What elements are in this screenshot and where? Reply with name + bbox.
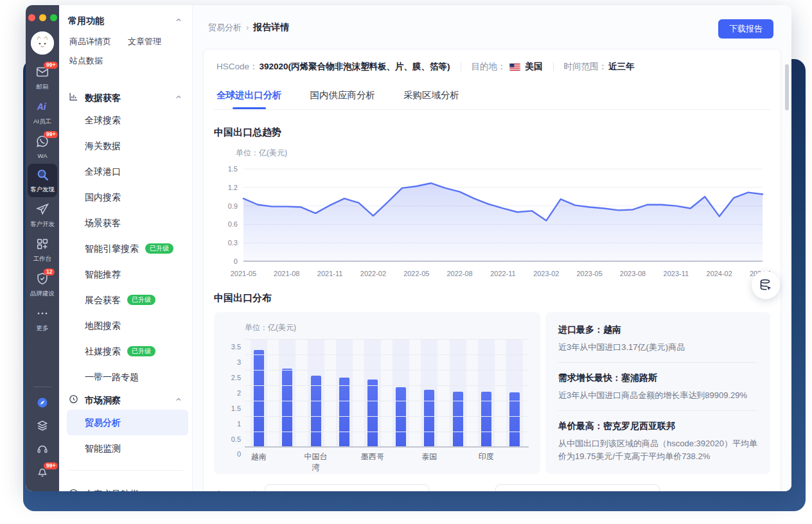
insight-title: 单价最高：密克罗尼西亚联邦 bbox=[558, 421, 757, 432]
sidebar-group-market-insight[interactable]: 市场洞察 bbox=[68, 394, 183, 407]
dock-item-label: 工作台 bbox=[28, 255, 57, 263]
bar[interactable] bbox=[254, 350, 264, 448]
dock-item-support[interactable] bbox=[30, 439, 55, 462]
notification-badge: 99+ bbox=[44, 62, 58, 69]
bar-chart-unit: 单位：亿(美元) bbox=[245, 322, 531, 333]
sidebar-item[interactable]: 一带一路专题 bbox=[67, 364, 188, 390]
bar[interactable] bbox=[396, 387, 406, 448]
dock-item-workbench[interactable]: 工作台 bbox=[28, 233, 57, 266]
quick-link[interactable]: 商品详情页 bbox=[69, 36, 111, 48]
x-tick-label bbox=[500, 451, 529, 473]
sidebar-item[interactable]: 地图搜索 bbox=[67, 313, 188, 338]
sidebar-item[interactable]: 智能监测 bbox=[67, 435, 188, 461]
tab-国内供应商分析[interactable]: 国内供应商分析 bbox=[310, 84, 376, 109]
close-button[interactable] bbox=[28, 14, 35, 21]
scrollbar[interactable] bbox=[785, 64, 789, 110]
trend-chart-title: 中国出口总趋势 bbox=[214, 127, 770, 139]
data-acquisition-icon bbox=[68, 91, 79, 105]
trend-line-chart[interactable]: 00.30.60.91.21.52021-052021-082021-11202… bbox=[214, 160, 770, 282]
x-tick-label bbox=[443, 451, 472, 473]
sidebar-item-custom-nav[interactable]: 自定义导航栏 bbox=[68, 480, 183, 491]
sidebar-item[interactable]: 智能引擎搜索已升级 bbox=[67, 236, 188, 261]
maximize-button[interactable] bbox=[50, 14, 57, 21]
dock-item-mail[interactable]: 99+邮箱 bbox=[28, 61, 57, 94]
hscode-filter-label: HSCode bbox=[456, 491, 488, 492]
sidebar-group-data-acquisition[interactable]: 数据获客 bbox=[68, 91, 183, 105]
trend-chart-unit: 单位：亿(美元) bbox=[236, 148, 770, 159]
x-tick-label bbox=[330, 451, 358, 473]
sidebar-item[interactable]: 场景获客 bbox=[67, 210, 188, 236]
y-tick-label: 2.5 bbox=[223, 374, 241, 381]
sidebar-item[interactable]: 海关数据 bbox=[67, 133, 188, 159]
bar-chart[interactable]: 00.511.522.533.5 bbox=[245, 340, 529, 448]
download-report-button[interactable]: 下载报告 bbox=[718, 19, 773, 39]
svg-text:2022-08: 2022-08 bbox=[446, 270, 472, 277]
x-tick-label: 印度 bbox=[472, 451, 500, 473]
hscode-select[interactable]: 请选择 bbox=[495, 484, 660, 491]
breadcrumb-trade-analysis[interactable]: 贸易分析 bbox=[208, 22, 242, 32]
quick-link[interactable]: 站点数据 bbox=[69, 55, 103, 67]
notification-badge: 99+ bbox=[44, 131, 58, 138]
y-tick-label: 0.5 bbox=[223, 435, 241, 443]
svg-text:2022-05: 2022-05 bbox=[403, 270, 429, 277]
sidebar-item-label: 智能引擎搜索 bbox=[85, 242, 139, 255]
data-assistant-floating-button[interactable] bbox=[752, 271, 780, 299]
sidebar-item-label: 一带一路专题 bbox=[85, 371, 139, 383]
sidebar-item[interactable]: 国内搜索 bbox=[67, 184, 188, 210]
bar[interactable] bbox=[367, 380, 378, 448]
dock-item-label: 品牌建设 bbox=[28, 290, 57, 298]
dock-item-whatsapp[interactable]: 99+WA bbox=[28, 130, 57, 162]
sidebar: 常用功能 商品详情页文章管理站点数据 数据获客全球搜索海关数据全球港口国内搜索场… bbox=[59, 5, 193, 491]
sidebar-item[interactable]: 展会获客已升级 bbox=[67, 287, 188, 313]
x-tick-label: 墨西哥 bbox=[358, 451, 387, 473]
topbar: 贸易分析›报告详情 下载报告 bbox=[193, 5, 791, 44]
sidebar-item-label: 展会获客 bbox=[85, 293, 121, 306]
svg-text:1.5: 1.5 bbox=[228, 165, 238, 173]
support-icon bbox=[36, 446, 49, 457]
dock-item-customer-discovery[interactable]: 客户发现 bbox=[28, 164, 57, 197]
dock-item-customer-development[interactable]: 客户开发 bbox=[28, 198, 57, 232]
bar[interactable] bbox=[339, 378, 349, 448]
tab-全球进出口分析[interactable]: 全球进出口分析 bbox=[216, 84, 282, 109]
sidebar-item-label: 智能监测 bbox=[85, 442, 121, 455]
insight-desc: 近3年从中国进口3.17亿(美元)商品 bbox=[558, 341, 757, 354]
page-title: 报告详情 bbox=[253, 22, 289, 32]
sidebar-item[interactable]: 社媒搜索已升级 bbox=[67, 338, 188, 364]
grid-line: 0 bbox=[245, 446, 529, 448]
dock-item-apps[interactable] bbox=[30, 415, 55, 439]
report-meta: HSCode： 392020(丙烯聚合物非泡沫塑料板、片、膜、箔等) 目的地： … bbox=[214, 49, 770, 79]
bar[interactable] bbox=[424, 390, 434, 448]
breadcrumb: 贸易分析›报告详情 bbox=[208, 19, 289, 33]
quick-links: 商品详情页文章管理站点数据 bbox=[69, 36, 183, 67]
minimize-button[interactable] bbox=[39, 14, 46, 21]
svg-text:2023-02: 2023-02 bbox=[533, 270, 559, 277]
dock-item-label: 邮箱 bbox=[28, 83, 57, 91]
bar[interactable] bbox=[453, 392, 463, 448]
destination-filter-label: 出口目的地 bbox=[215, 489, 257, 491]
dock-item-more[interactable]: 更多 bbox=[28, 302, 57, 336]
destination-label: 目的地： bbox=[472, 61, 506, 73]
y-tick-label: 1 bbox=[223, 420, 241, 428]
sidebar-item[interactable]: 全球港口 bbox=[67, 159, 188, 184]
dock-item-notifications[interactable]: 99+ bbox=[30, 462, 55, 485]
bar[interactable] bbox=[282, 369, 292, 448]
grid-line: 2.5 bbox=[245, 370, 529, 371]
destination-select[interactable]: 请选择 bbox=[265, 484, 429, 491]
sidebar-item-label: 海关数据 bbox=[85, 139, 121, 152]
dock-item-brand-building[interactable]: 12品牌建设 bbox=[28, 268, 57, 301]
sidebar-section-common[interactable]: 常用功能 bbox=[68, 15, 183, 27]
svg-text:2021-11: 2021-11 bbox=[317, 270, 342, 277]
sidebar-item[interactable]: 全球搜索 bbox=[67, 107, 188, 133]
sidebar-item-label: 自定义导航栏 bbox=[85, 489, 139, 491]
sidebar-item[interactable]: 贸易分析 bbox=[67, 410, 188, 435]
sidebar-item[interactable]: 智能推荐 bbox=[67, 261, 188, 287]
tab-采购区域分析[interactable]: 采购区域分析 bbox=[403, 84, 459, 109]
quick-link[interactable]: 文章管理 bbox=[128, 36, 161, 48]
user-avatar[interactable] bbox=[31, 31, 54, 55]
dock-item-ai[interactable]: AiAI员工 bbox=[28, 96, 57, 129]
dock-item-browser[interactable] bbox=[30, 392, 55, 415]
bar[interactable] bbox=[311, 376, 321, 448]
grid-line: 1 bbox=[245, 416, 529, 417]
hscode-value: 392020(丙烯聚合物非泡沫塑料板、片、膜、箔等) bbox=[260, 61, 450, 73]
upgraded-badge: 已升级 bbox=[127, 295, 155, 305]
